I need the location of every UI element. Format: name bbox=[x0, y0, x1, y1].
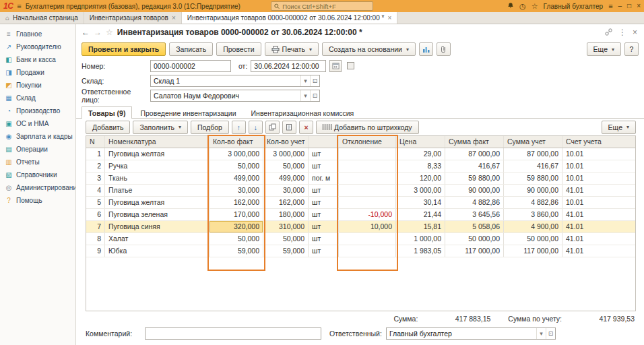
cell-price[interactable]: 21,44 bbox=[396, 209, 445, 220]
cell-deviation[interactable] bbox=[339, 148, 396, 160]
warehouse-input[interactable] bbox=[151, 77, 300, 85]
table-row[interactable]: 8Халат50,00050,000шт1 000,0050 000,0050 … bbox=[86, 233, 635, 245]
cell-account[interactable]: 41.01 bbox=[562, 221, 635, 232]
cell-unit[interactable]: шт bbox=[309, 221, 339, 232]
posted-checkbox[interactable] bbox=[347, 62, 354, 69]
tab-inventory-execution[interactable]: Проведение инвентаризации bbox=[133, 106, 243, 119]
cell-qty_acc[interactable]: 50,000 bbox=[263, 233, 309, 245]
cell-qty_fact[interactable]: 50,000 bbox=[210, 233, 263, 245]
add-by-barcode-button[interactable]: Добавить по штрихкоду bbox=[316, 121, 419, 134]
dropdown-arrow-icon[interactable]: ▾ bbox=[300, 90, 310, 101]
table-row[interactable]: 5Пуговица желтая162,000162,000шт30,144 8… bbox=[86, 197, 635, 209]
sidebar-item-main[interactable]: ≡Главное bbox=[0, 28, 75, 40]
sidebar-item-fixed-assets[interactable]: ▣ОС и НМА bbox=[0, 117, 75, 130]
current-user[interactable]: Главный бухгалтер bbox=[544, 3, 604, 10]
cell-name[interactable]: Ткань bbox=[105, 172, 210, 184]
cell-qty_fact[interactable]: 3 000,000 bbox=[210, 148, 263, 160]
cell-account[interactable]: 41.01 bbox=[562, 233, 635, 245]
cell-account[interactable]: 10.01 bbox=[562, 172, 635, 184]
cell-deviation[interactable] bbox=[339, 185, 396, 196]
forward-icon[interactable]: → bbox=[94, 28, 102, 37]
cell-sum_acc[interactable]: 3 860,00 bbox=[504, 209, 562, 220]
column-header-sum_fact[interactable]: Сумма факт bbox=[445, 136, 504, 148]
cell-qty_fact[interactable]: 59,000 bbox=[210, 245, 263, 257]
table-row[interactable]: 1Пуговица желтая3 000,0003 000,000шт29,0… bbox=[86, 148, 635, 160]
sidebar-item-sales[interactable]: ◨Продажи bbox=[0, 66, 75, 79]
cell-qty_acc[interactable]: 3 000,000 bbox=[263, 148, 309, 160]
cell-n[interactable]: 2 bbox=[86, 160, 105, 172]
column-header-name[interactable]: Номенклатура bbox=[105, 136, 210, 148]
tab-goods[interactable]: Товары (9) bbox=[82, 106, 132, 119]
cell-n[interactable]: 3 bbox=[86, 172, 105, 184]
back-icon[interactable]: ← bbox=[82, 28, 90, 37]
cell-sum_fact[interactable]: 50 000,00 bbox=[445, 233, 504, 245]
cell-unit[interactable]: шт bbox=[309, 148, 339, 160]
cell-deviation[interactable]: -10,000 bbox=[339, 209, 396, 220]
global-search[interactable] bbox=[271, 1, 373, 11]
cell-account[interactable]: 10.01 bbox=[562, 197, 635, 208]
cell-sum_acc[interactable]: 117 000,00 bbox=[504, 245, 562, 257]
warehouse-combo[interactable]: ▾ ⊡ bbox=[150, 75, 320, 87]
date-input[interactable] bbox=[251, 60, 326, 72]
dropdown-arrow-icon[interactable]: ▾ bbox=[300, 75, 310, 86]
table-row[interactable]: 9Юбка59,00059,000шт1 983,05117 000,00117… bbox=[86, 245, 635, 257]
responsible-person-input[interactable] bbox=[151, 92, 300, 100]
column-header-account[interactable]: Счет учета bbox=[562, 136, 635, 148]
close-window-button[interactable]: × bbox=[637, 3, 641, 9]
cell-qty_fact[interactable]: 170,000 bbox=[210, 209, 263, 220]
cell-deviation[interactable] bbox=[339, 197, 396, 208]
table-row[interactable]: 4Платье30,00030,000шт3 000,0090 000,0090… bbox=[86, 185, 635, 197]
number-input[interactable] bbox=[150, 60, 231, 72]
cell-qty_acc[interactable]: 50,000 bbox=[263, 160, 309, 172]
cell-qty_acc[interactable]: 59,000 bbox=[263, 245, 309, 257]
main-menu-icon[interactable]: ≡ bbox=[17, 2, 21, 10]
cell-price[interactable]: 8,33 bbox=[396, 160, 445, 172]
cell-deviation[interactable] bbox=[339, 245, 396, 257]
responsible-input[interactable] bbox=[387, 330, 536, 338]
cell-n[interactable]: 1 bbox=[86, 148, 105, 160]
cell-deviation[interactable] bbox=[339, 233, 396, 245]
cell-sum_fact[interactable]: 117 000,00 bbox=[445, 245, 504, 257]
cell-sum_acc[interactable]: 4 882,86 bbox=[504, 197, 562, 208]
sidebar-item-purchases[interactable]: ◩Покупки bbox=[0, 79, 75, 92]
maximize-button[interactable]: □ bbox=[627, 3, 631, 9]
close-tab-icon[interactable]: × bbox=[172, 14, 176, 22]
sidebar-item-administration[interactable]: ◎Администрирование bbox=[0, 181, 75, 194]
notifications-bell-icon[interactable] bbox=[507, 2, 514, 11]
cell-sum_fact[interactable]: 5 058,06 bbox=[445, 221, 504, 232]
cell-n[interactable]: 5 bbox=[86, 197, 105, 208]
column-header-qty_acc[interactable]: Кол-во учет bbox=[263, 136, 309, 148]
tab-home[interactable]: ⌂ Начальная страница bbox=[0, 12, 84, 24]
column-header-deviation[interactable]: Отклонение bbox=[339, 136, 396, 148]
search-input[interactable] bbox=[282, 3, 370, 10]
cell-price[interactable]: 120,00 bbox=[396, 172, 445, 184]
table-row[interactable]: 6Пуговица зеленая170,000180,000шт-10,000… bbox=[86, 209, 635, 221]
cell-account[interactable]: 10.01 bbox=[562, 160, 635, 172]
favorites-star-icon[interactable]: ☆ bbox=[532, 3, 538, 10]
cell-price[interactable]: 15,81 bbox=[396, 221, 445, 232]
cell-qty_acc[interactable]: 162,000 bbox=[263, 197, 309, 208]
cell-sum_acc[interactable]: 416,67 bbox=[504, 160, 562, 172]
cell-name[interactable]: Юбка bbox=[105, 245, 210, 257]
link-icon[interactable] bbox=[605, 28, 612, 37]
cell-sum_acc[interactable]: 4 900,00 bbox=[504, 221, 562, 232]
tab-inventory-doc[interactable]: Инвентаризация товаров 0000-000002 от 30… bbox=[182, 12, 398, 24]
cell-unit[interactable]: шт bbox=[309, 160, 339, 172]
cell-deviation[interactable] bbox=[339, 172, 396, 184]
cell-n[interactable]: 7 bbox=[86, 221, 105, 232]
cell-price[interactable]: 30,14 bbox=[396, 197, 445, 208]
sidebar-item-production[interactable]: ◔Производство bbox=[0, 104, 75, 117]
cell-sum_fact[interactable]: 3 645,56 bbox=[445, 209, 504, 220]
favorite-star-icon[interactable]: ☆ bbox=[106, 28, 113, 37]
cell-unit[interactable]: шт bbox=[309, 233, 339, 245]
cell-account[interactable]: 41.01 bbox=[562, 245, 635, 257]
table-row[interactable]: 3Ткань499,000499,000пог. м120,0059 880,0… bbox=[86, 172, 635, 185]
cell-account[interactable]: 41.01 bbox=[562, 209, 635, 220]
cell-name[interactable]: Пуговица зеленая bbox=[105, 209, 210, 220]
service-menu-icon[interactable]: ≡ bbox=[608, 3, 612, 10]
more-button[interactable]: Еще ▾ bbox=[587, 42, 621, 56]
cell-qty_fact[interactable]: 320,000 bbox=[210, 221, 263, 232]
column-header-n[interactable]: N bbox=[86, 136, 105, 148]
cell-name[interactable]: Ручка bbox=[105, 160, 210, 172]
cell-price[interactable]: 1 000,00 bbox=[396, 233, 445, 245]
